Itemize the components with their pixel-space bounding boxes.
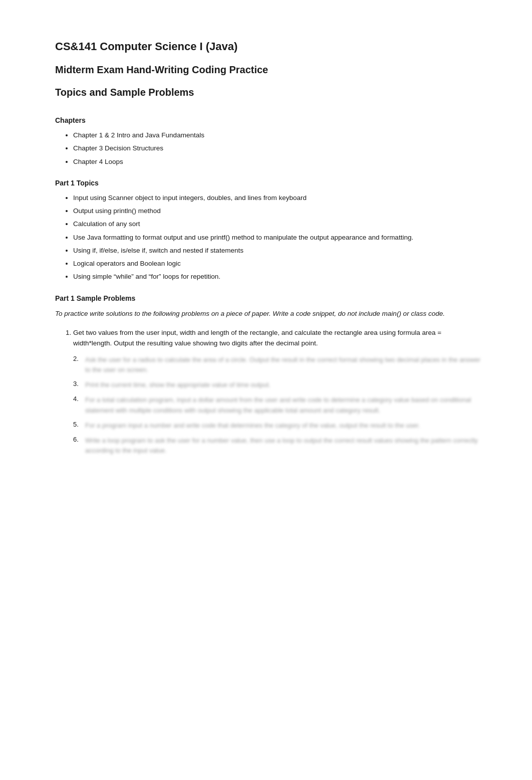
part1-topics-list: Input using Scanner object to input inte… xyxy=(73,193,482,282)
problem-num: 5. xyxy=(73,421,85,431)
problem-blurred-text: For a program input a number and write c… xyxy=(85,421,420,431)
list-item: Output using println() method xyxy=(73,206,482,216)
list-item: Chapter 4 Loops xyxy=(73,157,482,167)
list-item: Logical operators and Boolean logic xyxy=(73,259,482,269)
page-title-2: Midterm Exam Hand-Writing Coding Practic… xyxy=(55,64,482,76)
intro-note: To practice write solutions to the follo… xyxy=(55,308,482,319)
part1-problems-section: Part 1 Sample Problems To practice write… xyxy=(55,294,482,456)
chapters-section: Chapters Chapter 1 & 2 Intro and Java Fu… xyxy=(55,116,482,167)
problem-item-1: Get two values from the user input, widt… xyxy=(73,328,482,349)
problem-num: 3. xyxy=(73,380,85,390)
page-title-3: Topics and Sample Problems xyxy=(55,87,482,98)
list-item: Using if, if/else, is/else if, switch an… xyxy=(73,246,482,256)
problem-blurred-text: Write a loop program to ask the user for… xyxy=(85,436,482,456)
part1-problems-heading: Part 1 Sample Problems xyxy=(55,294,482,302)
problem-item-2-blurred: 2. Ask the user for a radius to calculat… xyxy=(73,355,482,375)
problems-list: Get two values from the user input, widt… xyxy=(73,328,482,349)
list-item: Input using Scanner object to input inte… xyxy=(73,193,482,203)
list-item: Chapter 3 Decision Structures xyxy=(73,143,482,153)
problem-num: 2. xyxy=(73,355,85,375)
problem-item-3-blurred: 3. Print the current time, show the appr… xyxy=(73,380,482,390)
problem-blurred-text: Ask the user for a radius to calculate t… xyxy=(85,355,482,375)
problem-blurred-text: For a total calculation program, input a… xyxy=(85,395,482,415)
problem-item-5-blurred: 5. For a program input a number and writ… xyxy=(73,421,482,431)
list-item: Chapter 1 & 2 Intro and Java Fundamental… xyxy=(73,130,482,140)
problem-num: 4. xyxy=(73,395,85,415)
part1-topics-section: Part 1 Topics Input using Scanner object… xyxy=(55,179,482,282)
problem-num: 6. xyxy=(73,436,85,456)
part1-topics-heading: Part 1 Topics xyxy=(55,179,482,187)
list-item: Calculation of any sort xyxy=(73,219,482,229)
list-item: Use Java formatting to format output and… xyxy=(73,233,482,243)
problem-item-4-blurred: 4. For a total calculation program, inpu… xyxy=(73,395,482,415)
problem-item-6-blurred: 6. Write a loop program to ask the user … xyxy=(73,436,482,456)
chapters-heading: Chapters xyxy=(55,116,482,124)
chapters-list: Chapter 1 & 2 Intro and Java Fundamental… xyxy=(73,130,482,167)
list-item: Using simple “while” and “for” loops for… xyxy=(73,272,482,282)
problem-blurred-text: Print the current time, show the appropr… xyxy=(85,380,271,390)
page-title-1: CS&141 Computer Science I (Java) xyxy=(55,40,482,53)
